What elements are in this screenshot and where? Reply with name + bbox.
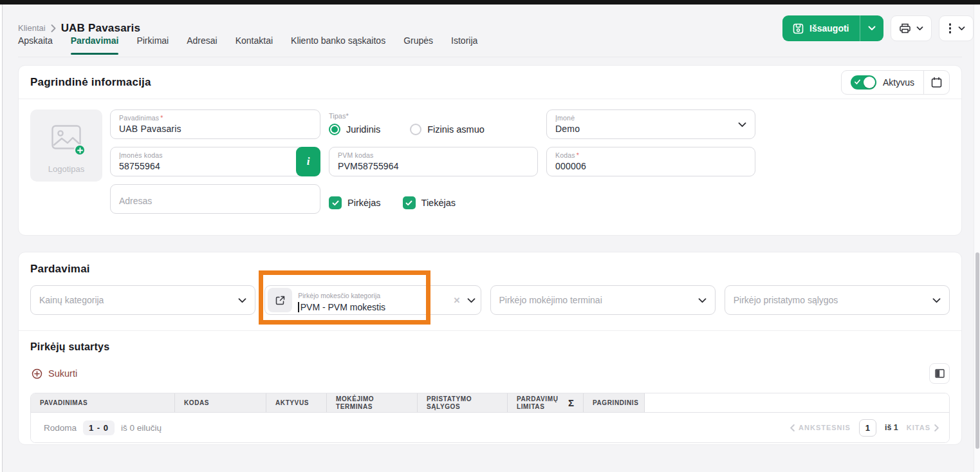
external-link-icon bbox=[275, 295, 286, 306]
active-toggle-label: Aktyvus bbox=[883, 77, 914, 88]
main-info-title: Pagrindinė informacija bbox=[30, 76, 151, 89]
scrollbar-track[interactable] bbox=[974, 5, 980, 472]
checkbox-checked-icon[interactable] bbox=[329, 196, 342, 209]
col-pardavimu-limitas[interactable]: Pardavimų limitas Σ bbox=[508, 393, 584, 412]
tab-apskaita[interactable]: Apskaita bbox=[18, 35, 53, 53]
text-cursor bbox=[298, 302, 299, 312]
tab-istorija[interactable]: Istorija bbox=[451, 35, 477, 53]
left-edge-strip bbox=[0, 5, 3, 472]
tab-kontaktai[interactable]: Kontaktai bbox=[236, 35, 273, 53]
chevron-right-icon bbox=[934, 424, 939, 431]
pvm-kodas-value: PVM58755964 bbox=[338, 161, 529, 171]
tab-pardavimai[interactable]: Pardavimai bbox=[71, 35, 119, 53]
calendar-button[interactable] bbox=[923, 71, 949, 94]
tipas-radio-group: Tipas* Juridinis Fizinis asmuo bbox=[329, 109, 538, 139]
next-page-label: KITAS bbox=[907, 424, 930, 431]
table-columns-button[interactable] bbox=[929, 363, 950, 384]
chevron-down-icon[interactable] bbox=[238, 294, 246, 306]
save-button[interactable]: Išsaugoti bbox=[782, 15, 859, 41]
save-icon bbox=[793, 23, 804, 34]
tiekejas-checkbox[interactable]: Tiekėjas bbox=[403, 196, 456, 209]
radio-juridinis[interactable]: Juridinis bbox=[329, 124, 380, 135]
radio-unselected-icon[interactable] bbox=[410, 124, 421, 135]
col-aktyvus[interactable]: Aktyvus bbox=[266, 393, 327, 412]
tab-grupes[interactable]: Grupės bbox=[403, 35, 433, 53]
required-asterisk: * bbox=[160, 114, 163, 122]
mokescio-kategorija-value: PVM - PVM mokestis bbox=[300, 302, 385, 312]
pavadinimas-field[interactable]: Pavadinimas* UAB Pavasaris bbox=[110, 109, 320, 139]
col-pristatymo-salygos[interactable]: Pristatymo sąlygos bbox=[418, 393, 508, 412]
print-button[interactable] bbox=[891, 15, 932, 41]
save-dropdown-toggle[interactable] bbox=[860, 15, 883, 41]
page: Klientai UAB Pavasaris Apskaita Pardavim… bbox=[0, 5, 980, 472]
role-checkboxes: Pirkėjas Tiekėjas bbox=[329, 184, 538, 214]
pristatymo-salygos-placeholder: Pirkėjo pristatymo sąlygos bbox=[734, 295, 838, 305]
col-kodas[interactable]: Kodas bbox=[175, 393, 266, 412]
page-title: UAB Pavasaris bbox=[61, 22, 141, 35]
row-range-chip: 1 - 0 bbox=[83, 420, 115, 435]
pavadinimas-value: UAB Pavasaris bbox=[119, 124, 311, 134]
col-pagrindinis[interactable]: Pagrindinis bbox=[584, 393, 645, 412]
col-pardavimu-limitas-label: Pardavimų limitas bbox=[517, 395, 568, 410]
imone-value: Demo bbox=[555, 124, 746, 134]
radio-juridinis-label: Juridinis bbox=[346, 124, 380, 135]
current-page-box[interactable]: 1 bbox=[859, 419, 876, 437]
chevron-down-icon bbox=[958, 26, 965, 31]
tipas-label: Tipas bbox=[329, 112, 346, 120]
save-split-button[interactable]: Išsaugoti bbox=[782, 15, 883, 41]
col-mokejimo-terminas[interactable]: Mokėjimo terminas bbox=[327, 393, 418, 412]
contracts-table: Pavadinimas Kodas Aktyvus Mokėjimo termi… bbox=[30, 393, 950, 443]
adresas-field[interactable]: Adresas bbox=[110, 184, 320, 214]
radio-fizinis-asmuo[interactable]: Fizinis asmuo bbox=[410, 124, 485, 135]
pvm-kodas-field[interactable]: PVM kodas PVM58755964 bbox=[329, 147, 538, 176]
pirkejo-mokejimo-terminai-select[interactable]: Pirkėjo mokėjimo terminai bbox=[490, 285, 716, 315]
toggle-on-icon[interactable] bbox=[851, 75, 876, 90]
sales-selects-row: Kainų kategorija Pirkėjo mokesčio katego… bbox=[19, 285, 961, 315]
prev-page-label: ANKSTESNIS bbox=[799, 424, 851, 431]
tab-adresai[interactable]: Adresai bbox=[187, 35, 217, 53]
add-logo-plus-icon[interactable] bbox=[74, 144, 86, 156]
chevron-down-icon[interactable] bbox=[738, 118, 746, 130]
tab-kliento-banko-saskaitos[interactable]: Kliento banko sąskaitos bbox=[291, 35, 385, 53]
col-pavadinimas[interactable]: Pavadinimas bbox=[31, 393, 175, 412]
radio-fizinis-label: Fizinis asmuo bbox=[427, 124, 485, 135]
kainu-kategorija-select[interactable]: Kainų kategorija bbox=[30, 285, 255, 315]
logo-upload[interactable]: Logotipas bbox=[30, 109, 102, 182]
kodas-field[interactable]: Kodas* 000006 bbox=[546, 147, 755, 176]
company-info-button[interactable]: i bbox=[296, 147, 320, 176]
chevron-down-icon[interactable] bbox=[932, 294, 941, 306]
header-actions: Išsaugoti bbox=[782, 15, 974, 41]
contracts-section-title: Pirkėjų sutartys bbox=[19, 331, 961, 354]
active-toggle-box: Aktyvus bbox=[841, 70, 950, 95]
plus-circle-icon bbox=[32, 368, 42, 379]
pirkejas-checkbox[interactable]: Pirkėjas bbox=[329, 196, 381, 209]
pvm-kodas-label: PVM kodas bbox=[338, 151, 374, 159]
breadcrumb-parent-link[interactable]: Klientai bbox=[18, 23, 46, 33]
imone-select[interactable]: Įmonė Demo bbox=[546, 109, 755, 139]
prev-page-button[interactable]: ANKSTESNIS bbox=[790, 424, 851, 431]
create-contract-label: Sukurti bbox=[48, 368, 77, 379]
contracts-table-footer: Rodoma 1 - 0 iš 0 eilučių ANKSTESNIS 1 i… bbox=[31, 413, 949, 442]
pavadinimas-label: Pavadinimas bbox=[119, 114, 159, 122]
tab-pirkimai[interactable]: Pirkimai bbox=[136, 35, 169, 53]
pirkejo-pristatymo-salygos-select[interactable]: Pirkėjo pristatymo sąlygos bbox=[725, 285, 950, 315]
checkbox-checked-icon[interactable] bbox=[403, 196, 416, 209]
scrollbar-thumb[interactable] bbox=[975, 252, 979, 449]
next-page-button[interactable]: KITAS bbox=[907, 424, 939, 431]
more-actions-button[interactable] bbox=[939, 15, 974, 41]
chevron-down-icon[interactable] bbox=[467, 294, 476, 306]
radio-selected-icon[interactable] bbox=[329, 124, 340, 135]
clear-selection-icon[interactable]: ✕ bbox=[454, 296, 461, 305]
active-toggle[interactable]: Aktyvus bbox=[842, 71, 923, 94]
create-contract-button[interactable]: Sukurti bbox=[32, 368, 77, 379]
mokejimo-terminai-placeholder: Pirkėjo mokėjimo terminai bbox=[499, 295, 602, 305]
open-record-button[interactable] bbox=[268, 288, 292, 312]
pirkejo-mokescio-kategorija-select[interactable]: Pirkėjo mokesčio kategorija PVM - PVM mo… bbox=[264, 285, 481, 315]
adresas-placeholder: Adresas bbox=[119, 196, 311, 206]
imones-kodas-field[interactable]: Įmonės kodas 58755964 i bbox=[110, 147, 320, 176]
pagination: ANKSTESNIS 1 iš 1 KITAS bbox=[790, 419, 939, 437]
sum-sigma-icon[interactable]: Σ bbox=[568, 397, 574, 408]
chevron-down-icon[interactable] bbox=[698, 294, 707, 306]
chevron-down-icon bbox=[916, 26, 923, 31]
imone-label: Įmonė bbox=[555, 114, 575, 122]
